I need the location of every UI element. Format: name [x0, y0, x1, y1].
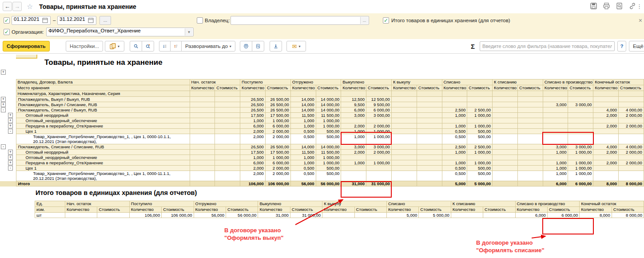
value-cell[interactable]: [354, 213, 386, 218]
value-cell[interactable]: 2,500: [442, 107, 467, 113]
value-cell[interactable]: 2,000: [341, 150, 366, 155]
value-cell[interactable]: 6,000: [240, 160, 266, 166]
row-label[interactable]: Оптовый неордерный: [16, 113, 190, 118]
value-cell[interactable]: 56 000,00: [316, 181, 341, 187]
value-cell[interactable]: 500,00: [316, 134, 341, 144]
collapse-rows-button[interactable]: [170, 41, 182, 52]
value-cell[interactable]: 2,000: [240, 134, 266, 144]
value-cell[interactable]: 500,00: [467, 171, 493, 181]
value-cell[interactable]: 106,000: [129, 213, 161, 218]
value-cell[interactable]: 17 500,00: [265, 150, 290, 155]
value-cell[interactable]: 2,000: [593, 160, 619, 166]
value-cell[interactable]: [341, 118, 366, 123]
value-cell[interactable]: 1 000,00: [568, 166, 593, 171]
value-cell[interactable]: [190, 150, 215, 155]
value-cell[interactable]: [190, 129, 215, 134]
value-cell[interactable]: [391, 97, 417, 102]
value-cell[interactable]: 8,000: [580, 213, 612, 218]
value-cell[interactable]: 1 000,00: [316, 155, 341, 160]
value-cell[interactable]: [215, 102, 240, 107]
value-cell[interactable]: [417, 181, 442, 187]
value-cell[interactable]: [366, 155, 392, 160]
value-cell[interactable]: [442, 102, 467, 107]
value-cell[interactable]: [417, 107, 442, 113]
row-label[interactable]: Оптовый_неордерный_обеспечение: [16, 118, 190, 123]
value-cell[interactable]: [517, 155, 543, 160]
value-cell[interactable]: 2,000: [240, 166, 266, 171]
value-cell[interactable]: [543, 134, 568, 144]
value-cell[interactable]: [517, 166, 543, 171]
value-cell[interactable]: 6 000,00: [547, 213, 579, 218]
value-cell[interactable]: 1 000,00: [568, 160, 593, 166]
value-cell[interactable]: [568, 97, 593, 102]
value-cell[interactable]: 1,000: [442, 123, 467, 129]
row-label[interactable]: Оптовый_неордерный_обеспечение: [16, 155, 190, 160]
value-cell[interactable]: [366, 171, 392, 181]
value-cell[interactable]: 5 000,00: [467, 181, 493, 187]
value-cell[interactable]: [619, 97, 644, 102]
value-cell[interactable]: 9,500: [341, 102, 366, 107]
value-cell[interactable]: [517, 97, 543, 102]
value-cell[interactable]: 9 500,00: [366, 102, 392, 107]
value-cell[interactable]: 2 000,00: [265, 129, 290, 134]
value-cell[interactable]: [417, 123, 442, 129]
value-cell[interactable]: 1,000: [290, 160, 316, 166]
value-cell[interactable]: 1,000: [240, 118, 266, 123]
forward-icon[interactable]: →: [12, 2, 22, 11]
value-cell[interactable]: 14,000: [290, 144, 316, 150]
value-cell[interactable]: [65, 213, 97, 218]
value-cell[interactable]: [391, 155, 417, 160]
value-cell[interactable]: [391, 107, 417, 113]
unit-cell[interactable]: шт: [35, 213, 65, 218]
value-cell[interactable]: 56,000: [194, 213, 226, 218]
value-cell[interactable]: 106,000: [240, 181, 266, 187]
value-cell[interactable]: 3,000: [543, 144, 568, 150]
value-cell[interactable]: [619, 129, 644, 134]
value-cell[interactable]: [215, 107, 240, 113]
value-cell[interactable]: 5,000: [386, 213, 418, 218]
row-label[interactable]: Передача в переработку_ОтвХранение: [16, 160, 190, 166]
value-cell[interactable]: [619, 155, 644, 160]
value-cell[interactable]: 2,000: [240, 171, 266, 181]
row-label[interactable]: Поклажедатель, Списание / Выкуп, RUB: [16, 107, 190, 113]
link-icon[interactable]: [629, 3, 636, 9]
value-cell[interactable]: [593, 118, 619, 123]
value-cell[interactable]: 56,000: [290, 181, 316, 187]
value-cell[interactable]: 2 000,00: [265, 166, 290, 171]
value-cell[interactable]: 1 000,00: [265, 118, 290, 123]
value-cell[interactable]: [442, 97, 467, 102]
value-cell[interactable]: 14,000: [290, 97, 316, 102]
value-cell[interactable]: [391, 166, 417, 171]
value-cell[interactable]: 26,500: [240, 107, 266, 113]
value-cell[interactable]: 14 000,00: [316, 107, 341, 113]
generate-button[interactable]: Сформировать: [3, 41, 50, 52]
value-cell[interactable]: [442, 118, 467, 123]
value-cell[interactable]: [517, 181, 543, 187]
value-cell[interactable]: [417, 97, 442, 102]
value-cell[interactable]: [366, 118, 392, 123]
value-cell[interactable]: 1,000: [341, 129, 366, 134]
value-cell[interactable]: 56 000,00: [226, 213, 258, 218]
value-cell[interactable]: [417, 118, 442, 123]
owner-field[interactable]: ...: [231, 16, 369, 25]
value-cell[interactable]: 500,00: [316, 166, 341, 171]
value-cell[interactable]: [215, 129, 240, 134]
value-cell[interactable]: 2 000,00: [265, 134, 290, 144]
value-cell[interactable]: [391, 129, 417, 134]
back-icon[interactable]: ←: [3, 2, 12, 11]
value-cell[interactable]: [619, 171, 644, 181]
value-cell[interactable]: [341, 171, 366, 181]
search-next-button[interactable]: [142, 41, 154, 52]
row-label[interactable]: Товар_Хранение_Потребление_Производство_…: [16, 171, 190, 181]
value-cell[interactable]: [593, 102, 619, 107]
value-cell[interactable]: 26,500: [240, 144, 266, 150]
value-cell[interactable]: [391, 118, 417, 123]
row-expander[interactable]: -: [8, 129, 13, 134]
value-cell[interactable]: 1,000: [290, 118, 316, 123]
value-cell[interactable]: 26 500,00: [265, 102, 290, 107]
value-cell[interactable]: [417, 129, 442, 134]
value-cell[interactable]: [190, 144, 215, 150]
value-cell[interactable]: [190, 171, 215, 181]
value-cell[interactable]: 26,500: [240, 97, 266, 102]
value-cell[interactable]: 4 000,00: [619, 144, 644, 150]
